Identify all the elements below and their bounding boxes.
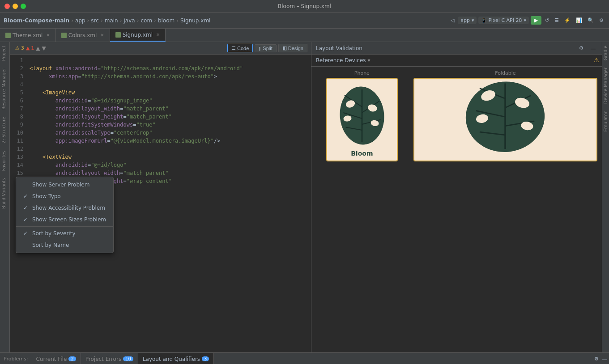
app-label: app	[460, 17, 470, 23]
bottom-settings-btn[interactable]: ⚙	[592, 353, 600, 364]
sync-btn[interactable]: ⚡	[562, 17, 572, 24]
menu-separator	[16, 226, 113, 227]
warn-number: 3	[21, 45, 24, 51]
split-view-button[interactable]: ⫿ Split	[255, 44, 276, 52]
menu-item-show-accessibility[interactable]: ✓ Show Accessibility Problem	[16, 202, 113, 214]
tab-close-theme[interactable]: ✕	[46, 33, 50, 38]
split-icon: ⫿	[259, 46, 261, 51]
menu-item-show-server-problem[interactable]: Show Server Problem	[16, 179, 113, 190]
design-icon: ◧	[282, 45, 287, 51]
breadcrumb-bloom[interactable]: bloom	[158, 17, 175, 24]
breadcrumb-main[interactable]: main	[105, 17, 118, 24]
bottom-panel: Problems: Current File 2 Project Errors …	[0, 352, 609, 364]
validation-settings-btn[interactable]: ⚙	[577, 44, 585, 52]
sidebar-item-favorites[interactable]: Favorites	[0, 147, 9, 174]
maximize-button[interactable]	[21, 4, 26, 9]
sidebar-item-build-variants[interactable]: Build Variants	[0, 174, 9, 212]
sidebar-item-project[interactable]: Project	[0, 42, 9, 64]
breadcrumb-java[interactable]: java	[124, 17, 135, 24]
tab-project-errors[interactable]: Project Errors 10	[81, 353, 138, 364]
settings-btn[interactable]: ⚙	[597, 17, 605, 24]
build-menu-btn[interactable]: ☰	[553, 17, 561, 24]
split-label: Split	[263, 46, 272, 51]
breadcrumb-app[interactable]: app	[75, 17, 85, 24]
sidebar-item-gradle[interactable]: Gradle	[602, 42, 609, 64]
design-view-button[interactable]: ◧ Design	[278, 44, 307, 52]
tab-close-signup[interactable]: ✕	[156, 32, 160, 37]
reference-devices-dropdown-icon[interactable]: ▾	[368, 57, 371, 63]
back-toolbar-btn[interactable]: ◁	[449, 17, 456, 24]
code-view-button[interactable]: ☰ Code	[227, 44, 253, 52]
phone-leaf-svg	[333, 83, 391, 154]
error-number: 1	[31, 45, 34, 51]
title-bar: Bloom – Signup.xml	[0, 0, 609, 13]
tab-icon-colors	[61, 33, 67, 38]
menu-item-show-screen-sizes[interactable]: ✓ Show Screen Sizes Problem	[16, 214, 113, 225]
tab-icon-signup	[115, 32, 121, 38]
project-errors-label: Project Errors	[85, 356, 121, 362]
bottom-tabs-bar: Problems: Current File 2 Project Errors …	[0, 353, 609, 364]
device-preview-foldable: Foldable	[413, 70, 597, 161]
device-selector[interactable]: 📱 Pixel C API 28 ▾	[478, 17, 529, 24]
tab-icon-theme	[5, 33, 11, 38]
tab-close-colors[interactable]: ✕	[100, 33, 104, 38]
close-button[interactable]	[4, 4, 10, 9]
sidebar-item-resource-manager[interactable]: Resource Manager	[0, 64, 9, 113]
editor-tabs: Theme.xml ✕ Colors.xml ✕ Signup.xml ✕	[0, 29, 609, 42]
chevron-down-icon[interactable]: ▼	[42, 45, 46, 51]
phone-label: Phone	[354, 70, 370, 76]
main-toolbar: Bloom-Compose-main › app › src › main › …	[0, 13, 609, 29]
run-button[interactable]: ▶	[531, 16, 541, 25]
profiler-btn[interactable]: 📊	[574, 17, 584, 24]
tab-colors-xml[interactable]: Colors.xml ✕	[56, 29, 110, 42]
filter-dropdown-menu: Show Server Problem ✓ Show Typo ✓ Show A…	[16, 177, 114, 253]
breadcrumb-root[interactable]: Bloom-Compose-main	[4, 17, 69, 24]
app-selector[interactable]: app ▾	[458, 17, 477, 24]
sidebar-item-structure[interactable]: 2: Structure	[0, 113, 9, 147]
warn-triangle-icon: ⚠	[15, 45, 20, 51]
minimize-button[interactable]	[13, 4, 18, 9]
project-errors-badge: 10	[123, 356, 133, 361]
refresh-button[interactable]: ↺	[543, 17, 551, 24]
check-sort-severity: ✓	[23, 230, 29, 237]
tab-signup-xml[interactable]: Signup.xml ✕	[110, 29, 166, 42]
validation-minimize-btn[interactable]: —	[589, 45, 597, 52]
menu-item-show-typo[interactable]: ✓ Show Typo	[16, 190, 113, 202]
check-typo: ✓	[23, 193, 29, 199]
check-sort-name	[23, 242, 29, 248]
search-btn[interactable]: 🔍	[586, 17, 596, 24]
window-title: Bloom – Signup.xml	[278, 3, 331, 9]
tab-label-theme: Theme.xml	[13, 32, 43, 38]
current-file-label: Current File	[36, 356, 67, 362]
foldable-label: Foldable	[495, 70, 515, 76]
layout-validation-panel: Layout Validation ⚙ — Reference Devices …	[311, 42, 602, 352]
breadcrumb-file[interactable]: Signup.xml	[180, 17, 210, 24]
breadcrumb: Bloom-Compose-main › app › src › main › …	[4, 17, 210, 24]
layout-qualifiers-badge: 3	[202, 356, 209, 361]
check-server	[23, 182, 29, 188]
validation-title: Layout Validation	[316, 45, 574, 51]
phone-screen: Bloom	[326, 78, 398, 161]
reference-devices-label: Reference Devices	[316, 57, 366, 63]
current-file-badge: 2	[68, 356, 76, 361]
error-triangle-icon: ▲	[26, 45, 30, 51]
bottom-minimize-btn[interactable]: —	[600, 353, 609, 364]
code-label: Code	[237, 46, 249, 51]
menu-item-sort-severity[interactable]: ✓ Sort by Severity	[16, 228, 113, 239]
tab-layout-and-qualifiers[interactable]: Layout and Qualifiers 3	[138, 353, 214, 364]
left-panel-bar: Project Resource Manager 2: Structure Fa…	[0, 42, 10, 352]
device-previews: Phone	[311, 67, 602, 165]
menu-item-sort-name[interactable]: Sort by Name	[16, 239, 113, 251]
chevron-up-icon[interactable]: ▲	[36, 45, 40, 51]
sidebar-item-emulator[interactable]: Emulator	[602, 108, 609, 135]
problems-label: Problems:	[0, 356, 31, 362]
tab-current-file[interactable]: Current File 2	[31, 353, 81, 364]
editor-view-toolbar: ⚠ 3 ▲ 1 ▲ ▼ ☰ Code ⫿ Split ◧ Design	[10, 42, 311, 55]
tab-theme-xml[interactable]: Theme.xml ✕	[0, 29, 56, 42]
sidebar-item-device-manager[interactable]: Device Manager	[602, 64, 609, 107]
device-icon: 📱	[481, 18, 486, 23]
breadcrumb-src[interactable]: src	[91, 17, 99, 24]
error-count: ▲ 1	[26, 45, 34, 51]
breadcrumb-com[interactable]: com	[141, 17, 152, 24]
menu-label-typo: Show Typo	[32, 193, 61, 199]
